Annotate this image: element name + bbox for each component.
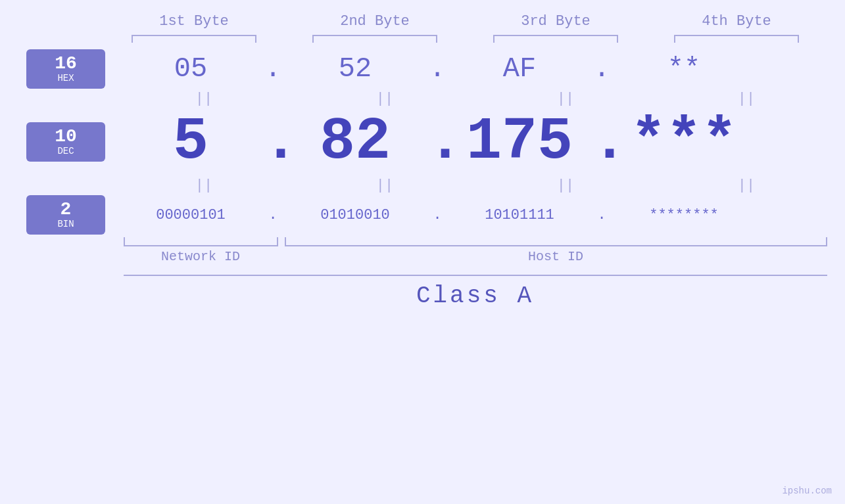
top-brackets [104,35,827,43]
hex-values: 05 . 52 . AF . ** [118,53,845,85]
hex-base-name: HEX [57,73,74,84]
hex-dot2: . [427,53,447,85]
eq2-b3: || [493,177,638,194]
network-id-label: Network ID [124,249,278,264]
eq2-b1: || [132,177,276,194]
eq1-b2: || [312,91,457,107]
eq1-b3: || [493,91,638,107]
eq1-b1: || [132,91,276,107]
bin-dot1: . [263,207,283,223]
main-container: 1st Byte 2nd Byte 3rd Byte 4th Byte 16 H… [0,0,845,504]
host-id-label: Host ID [285,249,827,264]
hex-base-num: 16 [55,55,77,73]
bracket-byte1 [132,35,256,43]
dec-dot2: . [427,108,447,175]
eq1-b4: || [674,91,819,107]
eq2-b2: || [312,177,457,194]
dec-base-num: 10 [55,127,77,146]
equals-row-1: || || || || [114,89,837,108]
bin-base-name: BIN [57,219,74,230]
hex-byte1: 05 [118,53,263,85]
bin-byte4: ******** [612,207,756,223]
id-labels-row: Network ID Host ID [124,249,827,264]
hex-label: 16 HEX [26,49,105,89]
dec-dot3: . [592,108,612,175]
class-line [124,275,827,276]
dec-dot1: . [263,108,283,175]
bin-label: 2 BIN [26,195,105,235]
hex-dot1: . [263,53,283,85]
bin-values: 00000101 . 01010010 . 10101111 . *******… [118,207,845,223]
dec-byte1: 5 [118,108,263,175]
hex-dot3: . [592,53,612,85]
dec-row: 10 DEC 5 . 82 . 175 . *** [0,108,845,175]
dec-byte4: *** [612,108,756,175]
eq2-b4: || [674,177,819,194]
hex-byte3: AF [447,53,592,85]
bin-byte2: 01010010 [283,207,427,223]
class-row: Class A [124,275,827,309]
bin-byte1: 00000101 [118,207,263,223]
bin-byte3: 10101111 [447,207,592,223]
dec-base-name: DEC [57,146,74,157]
dec-byte2: 82 [283,108,427,175]
bin-row: 2 BIN 00000101 . 01010010 . 10101111 . *… [0,195,845,235]
bin-dot2: . [427,207,447,223]
byte4-header: 4th Byte [664,13,809,30]
watermark: ipshu.com [782,486,832,496]
byte1-header: 1st Byte [122,13,266,30]
dec-label: 10 DEC [26,122,105,162]
hex-byte4: ** [612,53,756,85]
class-label: Class A [416,283,534,309]
id-brackets [124,237,827,246]
network-bracket [124,237,278,246]
bin-base-num: 2 [60,200,72,219]
hex-row: 16 HEX 05 . 52 . AF . ** [0,49,845,89]
bracket-byte2 [312,35,437,43]
byte2-header: 2nd Byte [302,13,447,30]
bracket-byte3 [493,35,618,43]
dec-values: 5 . 82 . 175 . *** [118,108,845,175]
bin-dot3: . [592,207,612,223]
bracket-byte4 [674,35,799,43]
byte3-header: 3rd Byte [483,13,628,30]
hex-byte2: 52 [283,53,427,85]
equals-row-2: || || || || [114,175,837,195]
dec-byte3: 175 [447,108,592,175]
host-bracket [285,237,827,246]
byte-headers: 1st Byte 2nd Byte 3rd Byte 4th Byte [104,13,827,30]
